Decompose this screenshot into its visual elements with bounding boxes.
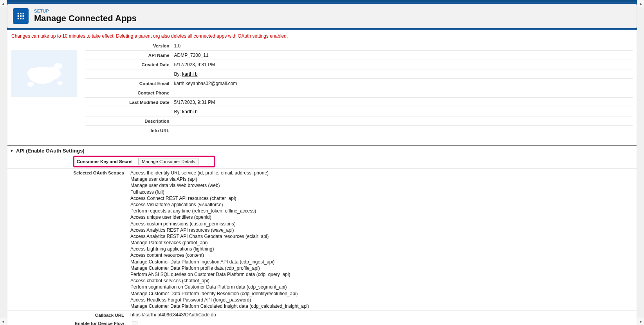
table-row: Created Date 5/17/2023, 9:31 PM bbox=[85, 60, 633, 69]
svg-rect-2 bbox=[23, 13, 24, 15]
callback-url-label: Callback URL bbox=[11, 312, 130, 318]
by-prefix: By: bbox=[174, 71, 182, 77]
manage-consumer-details-button[interactable]: Manage Consumer Details bbox=[138, 158, 198, 165]
description-value bbox=[172, 116, 633, 126]
api-name-value: ADMP_7200_11 bbox=[172, 51, 633, 60]
warning-message: Changes can take up to 10 minutes to tak… bbox=[7, 30, 637, 41]
info-url-label: Info URL bbox=[85, 126, 172, 135]
last-modified-value: 5/17/2023, 9:31 PM bbox=[172, 98, 633, 107]
modified-by-cell: By: karthi b bbox=[172, 107, 633, 116]
device-flow-label: Enable for Device Flow bbox=[11, 320, 130, 325]
consumer-highlight: Consumer Key and Secret Manage Consumer … bbox=[73, 156, 215, 167]
content-panel: Changes can take up to 10 minutes to tak… bbox=[7, 30, 637, 325]
version-label: Version bbox=[85, 41, 172, 51]
scope-item: Perform segmentation on Customer Data Pl… bbox=[130, 284, 633, 290]
api-section-header[interactable]: ▼ API (Enable OAuth Settings) bbox=[7, 145, 637, 155]
svg-rect-7 bbox=[20, 18, 22, 20]
apps-grid-icon bbox=[16, 12, 25, 20]
cloud-icon bbox=[21, 58, 68, 89]
table-row: Contact Phone bbox=[85, 88, 633, 98]
scroll-down-icon[interactable]: ▾ bbox=[637, 318, 644, 325]
breadcrumb: SETUP bbox=[34, 9, 137, 13]
summary-area: Version 1.0 API Name ADMP_7200_11 Create… bbox=[7, 41, 637, 138]
version-value: 1.0 bbox=[172, 41, 633, 51]
scope-item: Access Headless Forgot Password API (for… bbox=[130, 297, 633, 303]
svg-point-13 bbox=[27, 82, 34, 87]
api-section-title: API (Enable OAuth Settings) bbox=[16, 148, 85, 154]
svg-rect-4 bbox=[20, 15, 22, 17]
by-prefix: By: bbox=[174, 109, 182, 114]
setup-icon bbox=[13, 8, 29, 24]
scope-item: Manage Customer Data Platform profile da… bbox=[130, 265, 633, 271]
scroll-down-icon[interactable]: ▾ bbox=[0, 318, 7, 325]
page-header: SETUP Manage Connected Apps bbox=[7, 4, 637, 28]
table-row: By: karthi b bbox=[85, 69, 633, 79]
scroll-up-icon[interactable]: ▴ bbox=[637, 0, 644, 7]
device-flow-checkbox bbox=[132, 321, 137, 325]
callback-row: Callback URL https://karthi-pt4096:8443/… bbox=[7, 311, 637, 319]
outer-scrollbar-right[interactable]: ▴ ▾ bbox=[637, 0, 644, 325]
contact-email-value: karthikeyanbas02@gmail.com bbox=[172, 79, 633, 88]
scope-item: Manage Pardot services (pardot_api) bbox=[130, 240, 633, 246]
scope-item: Perform requests at any time (refresh_to… bbox=[130, 208, 633, 214]
consumer-key-label: Consumer Key and Secret bbox=[77, 159, 133, 164]
device-flow-row: Enable for Device Flow bbox=[7, 319, 637, 325]
table-row: Info URL bbox=[85, 126, 633, 135]
contact-email-label: Contact Email bbox=[85, 79, 172, 88]
scope-item: Manage user data via Web browsers (web) bbox=[130, 182, 633, 189]
scope-item: Access the identity URL service (id, pro… bbox=[130, 170, 633, 176]
scope-item: Perform ANSI SQL queries on Customer Dat… bbox=[130, 271, 633, 278]
svg-rect-3 bbox=[18, 15, 19, 17]
created-date-value: 5/17/2023, 9:31 PM bbox=[172, 60, 633, 69]
table-row: Version 1.0 bbox=[85, 41, 633, 51]
scopes-label: Selected OAuth Scopes bbox=[11, 170, 130, 175]
app-logo bbox=[11, 50, 77, 97]
scope-item: Access unique user identifiers (openid) bbox=[130, 214, 633, 220]
table-row: Description bbox=[85, 116, 633, 126]
contact-phone-value bbox=[172, 88, 633, 98]
scope-item: Manage Customer Data Platform Identity R… bbox=[130, 291, 633, 297]
svg-rect-5 bbox=[23, 15, 24, 17]
svg-point-14 bbox=[57, 81, 63, 85]
svg-point-11 bbox=[27, 68, 41, 79]
created-by-link[interactable]: karthi b bbox=[182, 71, 197, 77]
header-text: SETUP Manage Connected Apps bbox=[34, 9, 137, 23]
modified-by-link[interactable]: karthi b bbox=[182, 109, 197, 114]
outer-scrollbar-left[interactable]: ▴ ▾ bbox=[0, 0, 7, 325]
scope-item: Full access (full) bbox=[130, 189, 633, 195]
contact-phone-label: Contact Phone bbox=[85, 88, 172, 98]
scopes-list: Access the identity URL service (id, pro… bbox=[130, 170, 633, 309]
consumer-row: Consumer Key and Secret Manage Consumer … bbox=[7, 155, 637, 169]
scope-item: Access custom permissions (custom_permis… bbox=[130, 221, 633, 227]
svg-rect-0 bbox=[18, 13, 19, 15]
scope-item: Manage user data via APIs (api) bbox=[130, 176, 633, 182]
info-url-value bbox=[172, 126, 633, 135]
svg-rect-1 bbox=[20, 13, 22, 15]
created-date-label: Created Date bbox=[85, 60, 172, 69]
scope-item: Access content resources (content) bbox=[130, 252, 633, 258]
scope-item: Manage Customer Data Platform Calculated… bbox=[130, 303, 633, 309]
scope-item: Access Analytics REST API Charts Geodata… bbox=[130, 233, 633, 240]
svg-point-12 bbox=[54, 63, 62, 69]
last-modified-label: Last Modified Date bbox=[85, 98, 172, 107]
api-name-label: API Name bbox=[85, 51, 172, 60]
scopes-row: Selected OAuth Scopes Access the identit… bbox=[7, 169, 637, 311]
summary-table: Version 1.0 API Name ADMP_7200_11 Create… bbox=[85, 41, 633, 135]
scope-item: Access Lightning applications (lightning… bbox=[130, 246, 633, 252]
page-root: ▴ ▾ ▴ ▾ SETUP Manage Connected Apps Chan… bbox=[0, 0, 644, 325]
scope-item: Access Connect REST API resources (chatt… bbox=[130, 195, 633, 202]
table-row: Last Modified Date 5/17/2023, 9:31 PM bbox=[85, 98, 633, 107]
scope-item: Access chatbot services (chatbot_api) bbox=[130, 278, 633, 284]
scroll-up-icon[interactable]: ▴ bbox=[0, 0, 7, 7]
scope-item: Access Analytics REST API resources (wav… bbox=[130, 227, 633, 233]
created-by-cell: By: karthi b bbox=[172, 69, 633, 79]
scope-item: Manage Customer Data Platform Ingestion … bbox=[130, 259, 633, 265]
table-row: Contact Email karthikeyanbas02@gmail.com bbox=[85, 79, 633, 88]
callback-url-value: https://karthi-pt4096:8443/OAuthCode.do bbox=[130, 312, 633, 318]
description-label: Description bbox=[85, 116, 172, 126]
scope-item: Access Visualforce applications (visualf… bbox=[130, 202, 633, 208]
chevron-down-icon: ▼ bbox=[10, 149, 14, 153]
table-row: By: karthi b bbox=[85, 107, 633, 116]
page-title: Manage Connected Apps bbox=[34, 13, 137, 23]
header-band: SETUP Manage Connected Apps bbox=[0, 0, 644, 30]
